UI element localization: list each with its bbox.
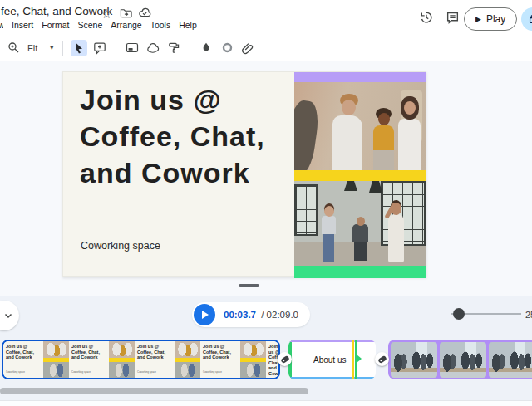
video-editor-app: fee, Chat, and Cowork ☆ w Insert Format … xyxy=(0,0,532,406)
slider-knob[interactable] xyxy=(453,308,465,320)
chevron-down-icon xyxy=(3,311,13,320)
clip-bottom-border xyxy=(288,377,376,379)
transition-button[interactable] xyxy=(278,352,292,366)
clip-thumbnail-video xyxy=(109,341,135,378)
select-tool-button[interactable] xyxy=(71,40,87,56)
clip-thumbnail-video xyxy=(240,341,266,378)
scene-shape xyxy=(294,99,321,170)
toolbar-divider xyxy=(116,41,116,56)
menu-tools[interactable]: Tools xyxy=(150,20,171,30)
star-icon[interactable]: ☆ xyxy=(101,7,112,21)
comment-add-tool-button[interactable] xyxy=(91,40,108,56)
ink-drop-tool-button[interactable] xyxy=(198,40,214,56)
clip-thumbnail-text: Join us @ Coffee, Chat, and CoworkCowork… xyxy=(3,341,43,378)
timeline-clip-title-scene[interactable]: Join us @ Coffee, Chat, and CoworkCowork… xyxy=(2,340,280,379)
slide-media-column[interactable] xyxy=(294,72,426,276)
toolbar-divider xyxy=(62,41,63,56)
scene-shape xyxy=(323,232,334,262)
collapse-timeline-button[interactable] xyxy=(0,301,19,330)
menu-insert[interactable]: Insert xyxy=(12,20,33,30)
timeline-horizontal-scrollbar[interactable] xyxy=(0,388,308,394)
chevron-down-icon[interactable]: ▾ xyxy=(50,44,53,51)
clip-thumbnail-video xyxy=(175,341,200,378)
play-preview-button[interactable]: ▶ Play xyxy=(464,7,517,31)
scene-shape xyxy=(354,242,367,261)
document-title[interactable]: fee, Chat, and Cowork xyxy=(1,5,112,17)
media-placeholder-tool-button[interactable] xyxy=(124,40,140,56)
timeline-clip-about-us[interactable]: About us xyxy=(288,340,376,379)
timeline-panel: 00:03.7 / 02:09.0 25 Join us @ Coffee, C… xyxy=(0,296,532,402)
toolbar-divider xyxy=(190,41,190,56)
version-history-icon[interactable] xyxy=(419,10,434,25)
window-footer xyxy=(0,400,532,406)
play-button-label: Play xyxy=(486,13,505,25)
scene-shape xyxy=(322,216,336,234)
playback-time-display: 00:03.7 / 02:09.0 xyxy=(192,302,310,327)
clip-label: About us xyxy=(313,355,346,364)
zoom-icon[interactable] xyxy=(5,40,22,56)
slide-subtitle-text[interactable]: Coworking space xyxy=(81,240,160,252)
scene-shape xyxy=(344,181,357,191)
transition-button[interactable] xyxy=(375,352,389,366)
green-stripe xyxy=(294,266,426,278)
scene-shape xyxy=(342,100,356,115)
shape-tool-button[interactable] xyxy=(145,40,161,56)
scene-shape xyxy=(378,113,390,125)
clip-thumbnail-video xyxy=(440,342,486,378)
current-time: 00:03.7 xyxy=(224,310,256,320)
total-time: / 02:09.0 xyxy=(261,310,298,320)
clip-top-border xyxy=(288,340,376,342)
transition-icon xyxy=(280,355,290,364)
scene-shape xyxy=(332,115,362,170)
move-folder-icon[interactable] xyxy=(120,7,132,19)
panel-resize-handle[interactable] xyxy=(239,284,259,287)
timeline-play-button[interactable] xyxy=(194,304,215,325)
clip-thumbnail-text: Join us @ Coffee, Chat, and CoworkCowork… xyxy=(135,341,175,378)
menu-help[interactable]: Help xyxy=(179,20,197,30)
clip-thumbnail-video xyxy=(489,342,532,378)
cursor-icon xyxy=(73,42,85,54)
lock-icon xyxy=(528,13,532,25)
scene-shape xyxy=(352,224,368,242)
scene-shape xyxy=(373,149,394,170)
clip-thumbnail-video xyxy=(43,341,69,378)
purple-stripe xyxy=(294,72,426,82)
yellow-stripe xyxy=(294,170,426,181)
canvas-area: Join us @ Coffee, Chat, and Cowork Cowor… xyxy=(0,61,532,296)
play-icon: ▶ xyxy=(475,15,481,23)
ring-tool-button[interactable] xyxy=(219,40,235,56)
toolbar: Fit ▾ xyxy=(0,35,532,61)
comment-icon[interactable] xyxy=(446,11,460,25)
share-button[interactable] xyxy=(521,7,532,31)
cloud-status-icon[interactable] xyxy=(138,7,151,18)
menubar: w Insert Format Scene Arrange Tools Help xyxy=(0,20,197,30)
time-readout: 00:03.7 / 02:09.0 xyxy=(224,310,298,320)
playhead-handle[interactable] xyxy=(357,355,362,363)
clip-thumbnail-video xyxy=(391,342,437,378)
office-video-frame[interactable] xyxy=(294,82,426,170)
loft-video-frame[interactable] xyxy=(294,181,426,266)
timeline-zoom-slider[interactable] xyxy=(451,308,521,320)
paint-roller-tool-button[interactable] xyxy=(165,40,182,56)
link-tool-button[interactable] xyxy=(239,40,256,56)
menu-scene[interactable]: Scene xyxy=(78,20,103,30)
scene-shape xyxy=(388,214,404,262)
menu-item-clipped[interactable]: w xyxy=(0,20,3,30)
zoom-fit-select[interactable]: Fit xyxy=(27,43,37,53)
scene-shape xyxy=(294,184,318,236)
scene-shape xyxy=(398,119,421,170)
transition-icon xyxy=(377,355,387,364)
clip-thumbnail-text: Join us @ Coffee, Chat, and CoworkCowork… xyxy=(69,341,109,378)
menu-arrange[interactable]: Arrange xyxy=(111,20,141,30)
scene-shape xyxy=(373,125,394,150)
slide-title-text[interactable]: Join us @ Coffee, Chat, and Cowork xyxy=(80,81,265,191)
scene-shape xyxy=(324,206,334,217)
timeline-zoom-value: 25 xyxy=(525,310,532,320)
scene-shape xyxy=(404,101,416,115)
slide-canvas[interactable]: Join us @ Coffee, Chat, and Cowork Cowor… xyxy=(62,71,426,277)
clip-thumbnail-text: Join us @ Coffee, Chat, and CoworkCowork… xyxy=(200,341,240,378)
header: fee, Chat, and Cowork ☆ w Insert Format … xyxy=(0,0,532,35)
timeline-clip-meeting-video[interactable] xyxy=(388,340,532,379)
menu-format[interactable]: Format xyxy=(42,20,69,30)
scene-shape xyxy=(357,217,365,226)
